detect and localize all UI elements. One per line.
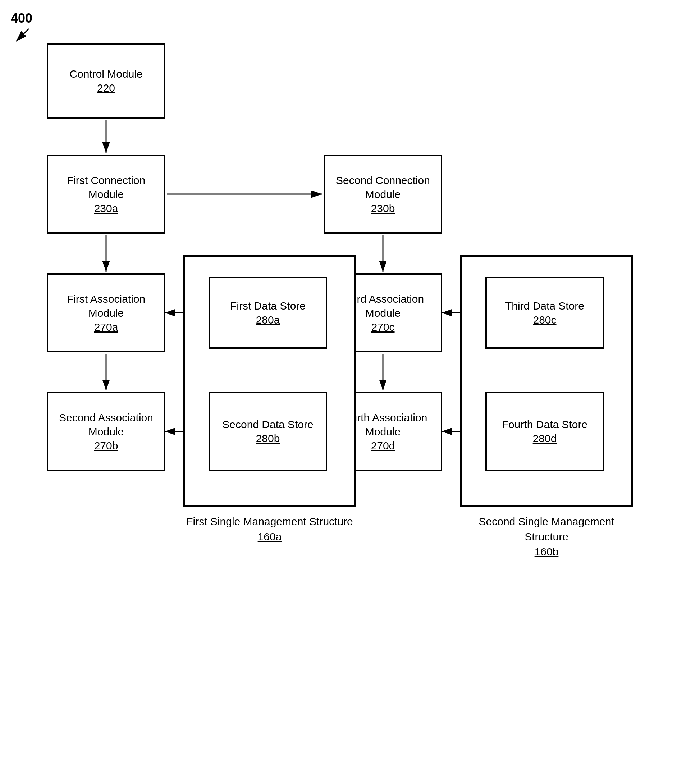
second-connection-module-ref: 230b <box>371 201 395 216</box>
control-module-ref: 220 <box>97 81 115 95</box>
figure-label: 400 <box>11 11 32 26</box>
second-association-module-box: Second Association Module 270b <box>47 392 166 471</box>
first-association-module-label: First Association Module <box>52 292 160 320</box>
first-connection-module-ref: 230a <box>94 201 118 216</box>
first-data-store-ref: 280a <box>256 313 280 327</box>
fourth-data-store-label: Fourth Data Store <box>502 417 587 431</box>
third-data-store-box: Third Data Store 280c <box>485 277 604 349</box>
second-association-module-ref: 270b <box>94 439 118 453</box>
third-association-module-ref: 270c <box>371 320 394 334</box>
third-data-store-ref: 280c <box>533 313 556 327</box>
second-data-store-label: Second Data Store <box>222 417 314 431</box>
first-data-store-label: First Data Store <box>230 299 306 313</box>
first-association-module-ref: 270a <box>94 320 118 334</box>
svg-line-4 <box>16 29 29 41</box>
fourth-data-store-ref: 280d <box>533 431 557 446</box>
first-association-module-box: First Association Module 270a <box>47 273 166 352</box>
second-data-store-ref: 280b <box>256 431 280 446</box>
second-connection-module-box: Second Connection Module 230b <box>323 154 442 234</box>
first-connection-module-box: First Connection Module 230a <box>47 154 166 234</box>
fourth-data-store-box: Fourth Data Store 280d <box>485 392 604 471</box>
second-single-management-structure-label: Second Single Management Structure 160b <box>460 514 633 560</box>
first-single-management-structure-label: First Single Management Structure 160a <box>183 514 356 544</box>
first-connection-module-label: First Connection Module <box>52 173 160 201</box>
control-module-box: Control Module 220 <box>47 43 166 119</box>
third-data-store-label: Third Data Store <box>505 299 584 313</box>
fourth-association-module-ref: 270d <box>371 439 395 453</box>
second-association-module-label: Second Association Module <box>52 410 160 439</box>
control-module-label: Control Module <box>69 67 142 81</box>
first-data-store-box: First Data Store 280a <box>209 277 327 349</box>
second-connection-module-label: Second Connection Module <box>328 173 437 201</box>
second-data-store-box: Second Data Store 280b <box>209 392 327 471</box>
diagram-container: 400 <box>0 0 700 769</box>
